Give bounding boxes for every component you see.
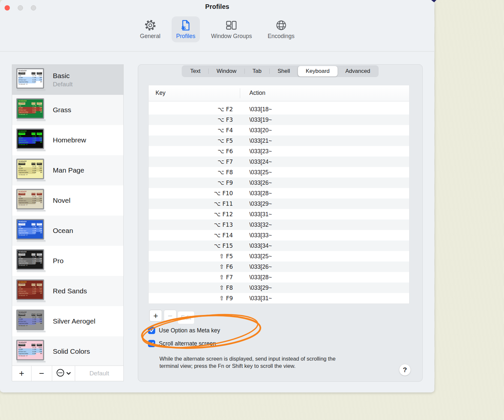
key-cell: ⌥ F3 (149, 115, 233, 125)
action-cell: \033[25~ (233, 167, 409, 178)
action-cell: \033[31~ (233, 209, 409, 220)
key-cell: ⌥ F12 (149, 209, 233, 220)
globe-icon (275, 19, 288, 32)
window-title: Profiles (0, 3, 434, 10)
checkbox-checked-icon[interactable] (148, 340, 155, 347)
key-cell: ⌥ F11 (149, 199, 233, 209)
profile-thumbnail: Terminal# COMMAND%CPURPRVT top4.1%231K X… (16, 68, 48, 92)
toolbar-item-window-groups[interactable]: Window Groups (206, 16, 257, 42)
key-cell: ⌥ F5 (149, 136, 233, 146)
profile-row-novel[interactable]: Terminal# COMMAND%CPURPRVT top4.1%231K X… (12, 185, 123, 216)
action-cell: \033[28~ (233, 188, 409, 199)
action-cell: \033[33~ (233, 230, 409, 241)
profile-name: Basic (53, 72, 73, 80)
profile-row-silver-aerogel[interactable]: Terminal# COMMAND%CPURPRVT top4.1%231K X… (12, 306, 123, 336)
profile-name: Pro (53, 257, 64, 265)
tab-keyboard[interactable]: Keyboard (298, 66, 338, 76)
profile-row-solid-colors[interactable]: Terminal# COMMAND%CPURPRVT top4.1%231K X… (12, 336, 123, 366)
keyboard-table-row[interactable]: ⇧ F9 \033[31~ (149, 293, 409, 304)
keyboard-table-row[interactable]: ⌥ F5 \033[21~ (149, 136, 409, 146)
profile-name: Red Sands (53, 287, 87, 295)
profile-name: Novel (53, 197, 71, 204)
keyboard-table-row[interactable]: ⌥ F13 \033[32~ (149, 220, 409, 230)
action-cell: \033[31~ (233, 293, 409, 304)
key-cell: ⌥ F8 (149, 167, 233, 178)
action-cell: \033[26~ (233, 178, 409, 188)
profiles-sidebar: Terminal# COMMAND%CPURPRVT top4.1%231K X… (12, 64, 124, 381)
default-button[interactable]: Default (75, 366, 123, 381)
keyboard-table-row[interactable]: ⌥ F14 \033[33~ (149, 230, 409, 241)
keyboard-table-row[interactable]: ⇧ F7 \033[28~ (149, 272, 409, 283)
tab-text[interactable]: Text (182, 66, 208, 76)
checkbox-checked-icon[interactable] (148, 327, 155, 334)
keyboard-table-row[interactable]: ⇧ F6 \033[26~ (149, 262, 409, 272)
profile-thumbnail: Terminal# COMMAND%CPURPRVT top4.1%231K X… (16, 159, 48, 182)
key-cell: ⌥ F13 (149, 220, 233, 230)
ellipsis-circle-icon (56, 368, 65, 378)
use-option-as-meta-key-checkbox-row[interactable]: Use Option as Meta key (148, 327, 220, 334)
keyboard-table-row[interactable]: ⌥ F10 \033[28~ (149, 188, 409, 199)
tab-advanced[interactable]: Advanced (338, 66, 378, 76)
profile-name: Homebrew (53, 136, 86, 144)
scroll-alternate-screen-checkbox-row[interactable]: Scroll alternate screen (148, 340, 216, 347)
keyboard-table-row[interactable]: ⌥ F11 \033[29~ (149, 199, 409, 209)
add-profile-button[interactable]: + (12, 366, 32, 381)
add-key-button[interactable]: + (149, 310, 162, 322)
key-cell: ⌥ F15 (149, 241, 233, 251)
keyboard-table-row[interactable]: ⌥ F3 \033[19~ (149, 115, 409, 125)
profile-actions-menu-button[interactable] (52, 366, 75, 381)
keyboard-table-row[interactable]: ⌥ F4 \033[20~ (149, 125, 409, 136)
keyboard-table-row[interactable]: ⌥ F15 \033[34~ (149, 241, 409, 251)
profile-thumbnail: Terminal# COMMAND%CPURPRVT top4.1%231K X… (16, 280, 48, 303)
profile-thumbnail: Terminal# COMMAND%CPURPRVT top4.1%231K X… (16, 310, 48, 333)
profile-row-red-sands[interactable]: Terminal# COMMAND%CPURPRVT top4.1%231K X… (12, 276, 123, 306)
tab-shell[interactable]: Shell (270, 66, 298, 76)
terminal-preview-icon: Terminal# COMMAND%CPURPRVT top4.1%231K X… (16, 249, 44, 270)
action-cell: \033[23~ (233, 146, 409, 157)
window-groups-icon (225, 19, 238, 32)
profile-row-homebrew[interactable]: Terminal# COMMAND%CPURPRVT top4.1%231K X… (12, 125, 123, 155)
keyboard-table-row[interactable]: ⌥ F2 \033[18~ (149, 104, 409, 115)
action-cell: \033[24~ (233, 157, 409, 167)
keyboard-table-row[interactable]: ⌥ F7 \033[24~ (149, 157, 409, 167)
profile-name: Man Page (53, 166, 84, 174)
keyboard-table-row[interactable]: ⇧ F8 \033[29~ (149, 283, 409, 293)
profile-row-pro[interactable]: Terminal# COMMAND%CPURPRVT top4.1%231K X… (12, 246, 123, 276)
toolbar-item-label: General (140, 33, 160, 40)
chevron-down-icon (66, 370, 71, 376)
keyboard-table-row[interactable]: ⌥ F8 \033[25~ (149, 167, 409, 178)
column-header-key: Key (156, 90, 165, 96)
edit-key-button[interactable]: Edit (178, 311, 195, 324)
toolbar-item-profiles[interactable]: Profiles (172, 16, 200, 42)
key-cell: ⌥ F10 (149, 188, 233, 199)
sidebar-footer: + − Default (12, 366, 123, 381)
profile-name: Solid Colors (53, 347, 90, 355)
column-header-action: Action (249, 90, 265, 96)
toolbar-item-encodings[interactable]: Encodings (263, 16, 299, 42)
toolbar-item-label: Encodings (268, 33, 295, 40)
tab-window[interactable]: Window (209, 66, 244, 76)
table-header: Key Action (149, 85, 409, 101)
toolbar-item-general[interactable]: General (136, 16, 165, 42)
tab-bar: TextWindowTabShellKeyboardAdvanced (182, 65, 379, 77)
profile-thumbnail: Terminal# COMMAND%CPURPRVT top4.1%231K X… (16, 98, 48, 122)
keyboard-table-row[interactable]: ⌥ F9 \033[26~ (149, 178, 409, 188)
profile-row-ocean[interactable]: Terminal# COMMAND%CPURPRVT top4.1%231K X… (12, 216, 123, 246)
profile-row-basic[interactable]: Terminal# COMMAND%CPURPRVT top4.1%231K X… (12, 65, 123, 95)
help-button[interactable]: ? (399, 364, 411, 376)
terminal-preview-icon: Terminal# COMMAND%CPURPRVT top4.1%231K X… (16, 129, 44, 149)
keyboard-table-row[interactable]: ⇧ F5 \033[25~ (149, 251, 409, 262)
terminal-preview-icon: Terminal# COMMAND%CPURPRVT top4.1%231K X… (16, 280, 44, 300)
remove-profile-button[interactable]: − (32, 366, 52, 381)
terminal-preview-icon: Terminal# COMMAND%CPURPRVT top4.1%231K X… (16, 159, 44, 179)
profile-row-grass[interactable]: Terminal# COMMAND%CPURPRVT top4.1%231K X… (12, 95, 123, 125)
profile-name: Ocean (53, 227, 73, 235)
remove-key-button[interactable]: − (164, 310, 177, 322)
terminal-preview-icon: Terminal# COMMAND%CPURPRVT top4.1%231K X… (16, 310, 44, 330)
action-cell: \033[32~ (233, 220, 409, 230)
key-cell: ⌥ F14 (149, 230, 233, 241)
keyboard-table-row[interactable]: ⌥ F6 \033[23~ (149, 146, 409, 157)
keyboard-table-row[interactable]: ⌥ F12 \033[31~ (149, 209, 409, 220)
profile-row-man-page[interactable]: Terminal# COMMAND%CPURPRVT top4.1%231K X… (12, 155, 123, 185)
tab-tab[interactable]: Tab (245, 66, 269, 76)
